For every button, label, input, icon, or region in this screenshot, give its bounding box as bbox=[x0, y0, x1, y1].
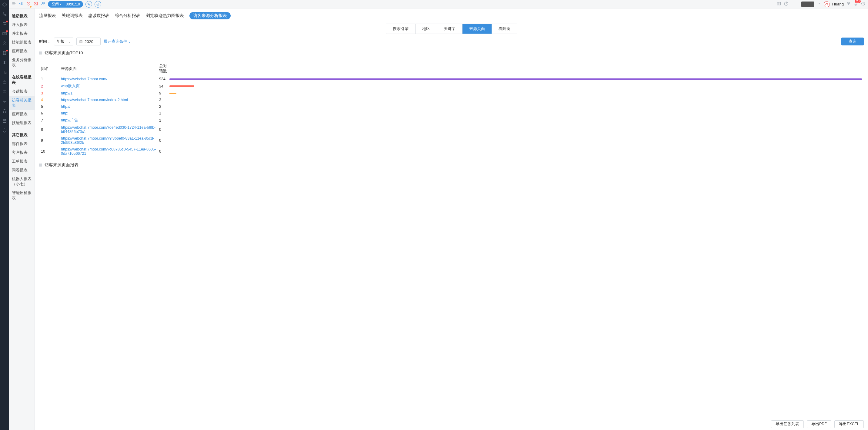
table-header: 排名 来源页面 总对话数 bbox=[41, 64, 434, 74]
cell-rank: 4 bbox=[41, 98, 61, 102]
tab-search-engine[interactable]: 搜索引擎 bbox=[386, 24, 415, 34]
report-tabs: 流量报表 关键词报表 忠诚度报表 综合分析报表 浏览轨迹热力图报表 访客来源分析… bbox=[35, 8, 434, 23]
cell-page[interactable]: http://广告 bbox=[61, 118, 159, 123]
table-row: 8https://webchat.7moor.com/?de4ed030-172… bbox=[41, 124, 434, 135]
table-row: 7http://广告1 bbox=[41, 117, 434, 124]
inbox-icon[interactable] bbox=[33, 1, 38, 7]
dial-icon[interactable] bbox=[86, 1, 92, 7]
period-select[interactable]: 年报⌄ bbox=[54, 38, 73, 45]
sidebar-item[interactable]: 工单报表 bbox=[9, 157, 35, 166]
sidebar-item[interactable]: 技能组报表 bbox=[9, 38, 35, 47]
col-rank: 排名 bbox=[41, 66, 61, 71]
section-title: 访客来源页面TOP10 bbox=[39, 50, 434, 56]
svg-marker-0 bbox=[3, 3, 6, 6]
cell-page[interactable]: http: bbox=[61, 111, 159, 115]
section-detail: 访客来源页面报表 bbox=[35, 161, 434, 171]
cell-count: 0 bbox=[159, 149, 169, 154]
tab-heatmap[interactable]: 浏览轨迹热力图报表 bbox=[146, 13, 184, 19]
cell-page[interactable]: https://webchat.7moor.com/?c68786c0-5457… bbox=[61, 147, 159, 156]
section-top10: 访客来源页面TOP10 排名 来源页面 总对话数 1https://webcha… bbox=[35, 49, 434, 161]
svg-point-12 bbox=[97, 4, 98, 4]
cell-count: 9 bbox=[159, 91, 169, 95]
tab-traffic[interactable]: 流量报表 bbox=[39, 13, 56, 19]
user-icon[interactable] bbox=[2, 41, 7, 46]
sidebar-item[interactable]: 座席报表 bbox=[9, 110, 35, 119]
cell-rank: 10 bbox=[41, 149, 61, 154]
svg-point-2 bbox=[4, 42, 5, 43]
shield-icon[interactable] bbox=[2, 128, 7, 133]
cell-bar bbox=[169, 86, 434, 87]
cell-count: 34 bbox=[159, 84, 169, 89]
mail-icon[interactable] bbox=[2, 31, 7, 36]
cell-bar bbox=[169, 120, 434, 121]
sidebar-item[interactable]: 邮件报表 bbox=[9, 140, 35, 148]
mute-icon[interactable] bbox=[26, 1, 31, 7]
analytics-icon[interactable] bbox=[2, 70, 7, 75]
report-sidebar: 通话报表 呼入报表 呼出报表 技能组报表 座席报表 业务分析报表 在线客服报表 … bbox=[9, 8, 35, 215]
sidebar-item[interactable]: 机器人报表（小七） bbox=[9, 175, 35, 189]
expand-filters[interactable]: 展开查询条件⌄ bbox=[104, 39, 131, 44]
cell-page[interactable]: https://webchat.7moor.com/index-2.html bbox=[61, 98, 159, 102]
cell-count: 934 bbox=[159, 77, 169, 81]
tab-keyword[interactable]: 关键词报表 bbox=[62, 13, 83, 19]
status-text: 空闲 bbox=[52, 1, 59, 7]
phone-icon[interactable] bbox=[2, 11, 7, 17]
sidebar-item-visitor[interactable]: 访客相关报表 bbox=[9, 96, 35, 110]
cell-bar bbox=[169, 93, 434, 94]
table-row: 1https://webchat.7moor.com/934 bbox=[41, 76, 434, 82]
calendar-icon[interactable] bbox=[2, 118, 7, 124]
tab-region[interactable]: 地区 bbox=[415, 24, 434, 34]
svg-rect-5 bbox=[3, 91, 6, 93]
tab-source[interactable]: 访客来源分析报表 bbox=[189, 12, 230, 20]
table-row: 4https://webchat.7moor.com/index-2.html3 bbox=[41, 97, 434, 103]
icon-rail bbox=[0, 0, 9, 215]
table-row: 3http://19 bbox=[41, 90, 434, 97]
cell-bar bbox=[169, 113, 434, 114]
timer-text: 00:01:10 bbox=[66, 2, 80, 6]
cell-rank: 7 bbox=[41, 119, 61, 123]
table-row: 10https://webchat.7moor.com/?c68786c0-54… bbox=[41, 146, 434, 157]
clipboard-icon[interactable] bbox=[2, 50, 7, 56]
cell-bar bbox=[169, 129, 434, 131]
sidebar-item[interactable]: 技能组报表 bbox=[9, 119, 35, 128]
cell-page[interactable]: https://webchat.7moor.com/?de4ed030-1724… bbox=[61, 125, 159, 134]
svg-rect-6 bbox=[3, 120, 6, 122]
sound-icon[interactable] bbox=[19, 1, 24, 7]
monitor-icon[interactable] bbox=[2, 99, 7, 104]
status-pill[interactable]: 空闲▾ 00:01:10 bbox=[48, 1, 83, 7]
cell-page[interactable]: https://webchat.7moor.com/ bbox=[61, 77, 159, 81]
logo-icon bbox=[2, 2, 7, 7]
tab-analysis[interactable]: 综合分析报表 bbox=[115, 13, 140, 19]
tag-icon[interactable] bbox=[2, 89, 7, 95]
cell-bar bbox=[169, 151, 434, 152]
sidebar-item[interactable]: 呼出报表 bbox=[9, 29, 35, 38]
year-picker[interactable]: 2020 bbox=[76, 38, 101, 45]
robot-icon[interactable] bbox=[2, 79, 7, 85]
sidebar-item[interactable]: 智能质检报表 bbox=[9, 189, 35, 203]
sidebar-item[interactable]: 客户报表 bbox=[9, 148, 35, 157]
sidebar-item[interactable]: 业务分析报表 bbox=[9, 56, 35, 70]
sidebar-item[interactable]: 座席报表 bbox=[9, 47, 35, 56]
sidebar-item[interactable]: 问卷报表 bbox=[9, 166, 35, 175]
chat-icon[interactable] bbox=[2, 21, 7, 27]
message-icon[interactable] bbox=[95, 1, 101, 7]
headset-icon[interactable] bbox=[2, 108, 7, 114]
cell-count: 3 bbox=[159, 98, 169, 102]
cell-page[interactable]: http://1 bbox=[61, 91, 159, 95]
chevron-down-icon: ⌄ bbox=[68, 40, 71, 43]
sidebar-group-call: 通话报表 bbox=[9, 11, 35, 21]
sidebar-item[interactable]: 呼入报表 bbox=[9, 21, 35, 29]
sidebar-group-chat: 在线客服报表 bbox=[9, 73, 35, 87]
menu-icon[interactable] bbox=[11, 1, 17, 7]
table-row: 5http://2 bbox=[41, 103, 434, 110]
book-icon[interactable] bbox=[2, 60, 7, 65]
cell-page[interactable]: http:// bbox=[61, 104, 159, 109]
svg-point-9 bbox=[42, 2, 43, 4]
sidebar-item[interactable]: 会话报表 bbox=[9, 87, 35, 96]
tab-loyalty[interactable]: 忠诚度报表 bbox=[88, 13, 110, 19]
cell-page[interactable]: https://webchat.7moor.com/?9f8b6ef0-83a1… bbox=[61, 136, 159, 145]
contacts-icon[interactable] bbox=[41, 1, 45, 7]
cell-rank: 9 bbox=[41, 138, 61, 143]
section-title: 访客来源页面报表 bbox=[39, 162, 434, 168]
cell-page[interactable]: wap嵌入页 bbox=[61, 84, 159, 89]
